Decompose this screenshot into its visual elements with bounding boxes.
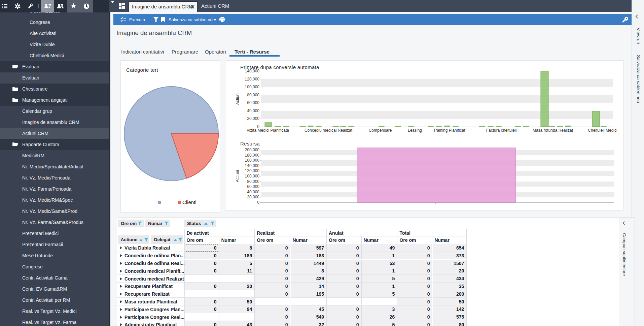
svg-text:Cheltuieli Medici: Cheltuieli Medici [588,128,617,133]
svg-text:60,000: 60,000 [247,184,259,189]
svg-text:Training Planificat: Training Planificat [433,128,466,133]
svg-text:0: 0 [257,200,259,205]
svg-text:Leasing: Leasing [408,128,422,133]
svg-text:20,000: 20,000 [247,195,259,199]
svg-text:120,000: 120,000 [245,168,260,173]
svg-text:Actiuni: Actiuni [235,170,240,182]
svg-text:100,000: 100,000 [245,85,260,89]
svg-text:100,000: 100,000 [245,174,260,178]
svg-text:80,000: 80,000 [247,93,259,97]
svg-text:Vizita Medici Planificata: Vizita Medici Planificata [247,128,289,133]
svg-text:200,000: 200,000 [245,148,260,152]
svg-text:40,000: 40,000 [247,108,259,113]
svg-text:40,000: 40,000 [247,190,259,194]
svg-text:60,000: 60,000 [247,100,259,105]
svg-text:140,000: 140,000 [245,163,260,168]
svg-text:Actiuni: Actiuni [235,93,240,105]
svg-text:Concediu medical Realizat: Concediu medical Realizat [305,128,353,133]
svg-text:140,000: 140,000 [245,69,260,73]
svg-text:20,000: 20,000 [247,116,259,121]
svg-text:Factura cheltuieli: Factura cheltuieli [486,128,517,133]
svg-text:80,000: 80,000 [247,179,259,184]
svg-text:160,000: 160,000 [245,158,260,163]
svg-text:180,000: 180,000 [245,153,260,158]
svg-text:Clienti: Clienti [182,199,196,205]
svg-text:Compensare: Compensare [369,128,392,133]
svg-text:Masa rotunda Realizat: Masa rotunda Realizat [533,128,573,133]
svg-text:120,000: 120,000 [245,77,260,82]
